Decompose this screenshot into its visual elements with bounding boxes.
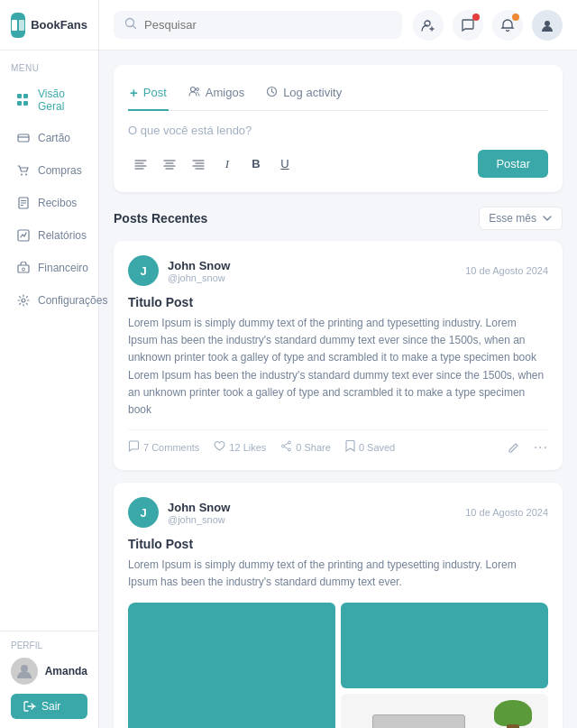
svg-point-12	[23, 268, 25, 271]
logo-icon	[11, 13, 25, 38]
tab-post[interactable]: + Post	[128, 79, 169, 111]
editor-toolbar: I B U Postar	[128, 150, 548, 178]
likes-action-1[interactable]: 12 Likes	[214, 440, 266, 455]
logo: BookFans	[0, 0, 98, 51]
italic-button[interactable]: I	[215, 152, 240, 177]
chat-button[interactable]	[453, 10, 483, 41]
author-info-1: John Snow @john_snow	[168, 259, 230, 283]
grid-icon	[16, 93, 31, 107]
plus-icon: +	[130, 85, 138, 100]
chat-badge	[472, 14, 480, 21]
svg-rect-1	[19, 20, 24, 31]
post-image-left	[128, 603, 335, 729]
comment-icon	[128, 440, 140, 455]
underline-button[interactable]: U	[272, 152, 298, 177]
sidebar-item-label: Recibos	[38, 197, 77, 209]
tab-amigos[interactable]: Amigos	[187, 79, 246, 111]
clock-icon	[266, 86, 278, 100]
sidebar-item-recibos[interactable]: Recibos	[5, 188, 93, 218]
edit-action-1[interactable]	[508, 442, 519, 454]
author-name-1: John Snow	[168, 259, 230, 272]
svg-point-17	[545, 21, 550, 26]
posts-section-header: Posts Recentes Esse mês	[114, 207, 563, 230]
author-handle-1: @john_snow	[168, 272, 230, 283]
post-date-1: 10 de Agosto 2024	[465, 265, 548, 276]
sidebar-item-visao-geral[interactable]: Visão Geral	[5, 79, 93, 121]
menu-label: Menu	[0, 51, 98, 78]
align-left-button[interactable]	[128, 152, 153, 177]
finance-icon	[16, 261, 31, 275]
more-options-1[interactable]: ···	[534, 439, 548, 456]
logout-icon	[23, 700, 36, 713]
post-body-1: Lorem Ipsum is simply dummy text of the …	[128, 315, 548, 419]
share-count-1: 0 Share	[296, 442, 331, 453]
post-body-2: Lorem Ipsum is simply dummy text of the …	[128, 557, 548, 591]
header-icons	[413, 10, 563, 41]
svg-point-5	[25, 174, 27, 176]
friends-icon	[188, 86, 200, 100]
post-date-2: 10 de Agosto 2024	[465, 507, 548, 518]
likes-count-1: 12 Likes	[229, 442, 266, 453]
sidebar-item-label: Visão Geral	[38, 88, 82, 113]
chevron-down-icon	[542, 213, 553, 224]
add-user-button[interactable]	[413, 10, 444, 41]
logout-button[interactable]: Sair	[11, 694, 87, 719]
post-author-1: J John Snow @john_snow	[128, 255, 230, 286]
header	[99, 0, 577, 51]
search-icon	[124, 17, 137, 32]
search-box[interactable]	[114, 11, 402, 39]
sidebar-item-compras[interactable]: Compras	[5, 155, 93, 186]
post-card-2: J John Snow @john_snow 10 de Agosto 2024…	[114, 483, 563, 728]
saved-count-1: 0 Saved	[359, 442, 395, 453]
post-image-top-right	[341, 603, 548, 688]
filter-dropdown[interactable]: Esse mês	[479, 207, 563, 230]
profile-label: Perfil	[11, 640, 87, 650]
post-author-2: J John Snow @john_snow	[128, 497, 230, 528]
post-header-2: J John Snow @john_snow 10 de Agosto 2024	[128, 497, 548, 528]
author-name-2: John Snow	[168, 501, 230, 514]
comments-count-1: 7 Comments	[143, 442, 199, 453]
saved-action-1[interactable]: 0 Saved	[345, 440, 395, 455]
share-icon	[280, 440, 292, 455]
sidebar-item-configuracoes[interactable]: Configurações	[5, 285, 93, 316]
bookmark-icon	[345, 440, 355, 455]
bold-button[interactable]: B	[243, 152, 269, 177]
svg-point-33	[288, 441, 291, 444]
filter-label: Esse mês	[489, 212, 536, 225]
post-button[interactable]: Postar	[478, 150, 548, 178]
sidebar-item-label: Compras	[38, 164, 82, 177]
sidebar-item-cartao[interactable]: Cartão	[5, 123, 93, 153]
user-menu-button[interactable]	[532, 10, 563, 41]
sidebar-item-relatorios[interactable]: Relatórios	[5, 220, 93, 251]
search-input[interactable]	[144, 18, 391, 32]
author-avatar-2: J	[128, 497, 159, 528]
tab-log[interactable]: Log activity	[264, 79, 343, 111]
create-post-card: + Post Amigos	[114, 65, 563, 192]
sidebar-profile: Perfil Amanda Sair	[0, 631, 98, 728]
post-images-2	[128, 603, 548, 729]
logout-label: Sair	[41, 700, 60, 713]
comments-action-1[interactable]: 7 Comments	[128, 440, 199, 455]
sidebar-item-label: Cartão	[38, 132, 70, 144]
svg-point-35	[282, 445, 285, 447]
sidebar-item-label: Relatórios	[38, 229, 87, 242]
align-right-button[interactable]	[186, 152, 211, 177]
author-avatar-1: J	[128, 255, 159, 286]
author-handle-2: @john_snow	[168, 514, 230, 525]
svg-line-37	[285, 447, 288, 449]
heart-icon	[214, 440, 225, 455]
user-icon	[540, 18, 554, 32]
post-images-right	[341, 603, 548, 729]
app-name: BookFans	[31, 18, 87, 32]
post-header-1: J John Snow @john_snow 10 de Agosto 2024	[128, 255, 548, 286]
post-title-1: Titulo Post	[128, 295, 548, 309]
share-action-1[interactable]: 0 Share	[280, 440, 331, 455]
avatar	[11, 658, 38, 685]
main-area: + Post Amigos	[99, 0, 577, 728]
sidebar-item-financeiro[interactable]: Financeiro	[5, 253, 93, 283]
sidebar-item-label: Configurações	[38, 294, 107, 307]
shopping-icon	[16, 163, 31, 178]
notification-button[interactable]	[492, 10, 523, 41]
align-center-button[interactable]	[157, 152, 182, 177]
content-area: + Post Amigos	[99, 51, 577, 728]
